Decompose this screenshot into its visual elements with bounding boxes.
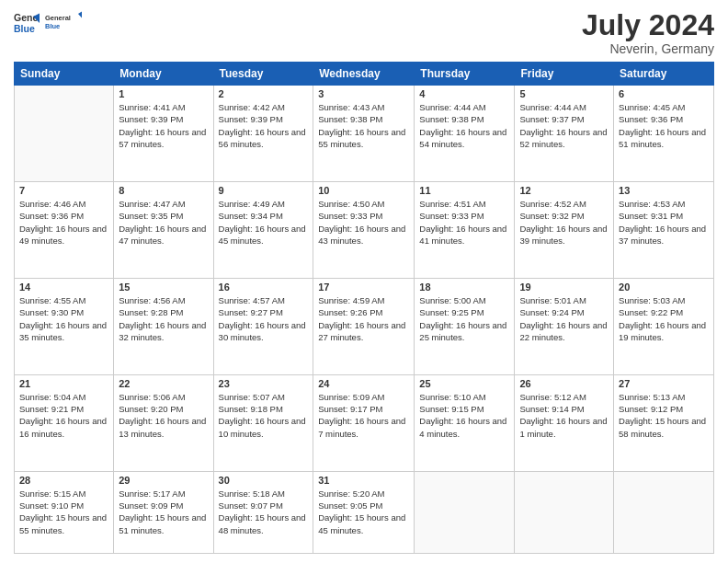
day-info: Sunrise: 4:52 AM Sunset: 9:32 PM Dayligh… bbox=[519, 198, 609, 247]
table-row: 11Sunrise: 4:51 AM Sunset: 9:33 PM Dayli… bbox=[415, 182, 515, 279]
day-info: Sunrise: 4:43 AM Sunset: 9:38 PM Dayligh… bbox=[318, 101, 409, 150]
col-tuesday: Tuesday bbox=[213, 63, 313, 86]
day-info: Sunrise: 4:53 AM Sunset: 9:31 PM Dayligh… bbox=[619, 198, 709, 247]
day-info: Sunrise: 4:41 AM Sunset: 9:39 PM Dayligh… bbox=[119, 101, 208, 150]
day-number: 7 bbox=[19, 185, 108, 196]
day-info: Sunrise: 4:59 AM Sunset: 9:26 PM Dayligh… bbox=[318, 294, 409, 343]
day-number: 31 bbox=[318, 475, 409, 486]
table-row: 12Sunrise: 4:52 AM Sunset: 9:32 PM Dayli… bbox=[515, 182, 614, 279]
day-number: 18 bbox=[419, 282, 509, 293]
day-number: 10 bbox=[318, 185, 409, 196]
col-wednesday: Wednesday bbox=[313, 63, 415, 86]
table-row: 17Sunrise: 4:59 AM Sunset: 9:26 PM Dayli… bbox=[313, 278, 415, 374]
table-row bbox=[614, 471, 714, 553]
day-number: 24 bbox=[318, 378, 409, 389]
table-row: 30Sunrise: 5:18 AM Sunset: 9:07 PM Dayli… bbox=[213, 471, 313, 553]
table-row: 29Sunrise: 5:17 AM Sunset: 9:09 PM Dayli… bbox=[114, 471, 213, 553]
page: General Blue General Blue July 2024 Neve… bbox=[0, 0, 728, 563]
table-row: 5Sunrise: 4:44 AM Sunset: 9:37 PM Daylig… bbox=[515, 86, 614, 182]
day-number: 13 bbox=[619, 185, 709, 196]
day-number: 14 bbox=[19, 282, 108, 293]
table-row: 25Sunrise: 5:10 AM Sunset: 9:15 PM Dayli… bbox=[415, 374, 515, 471]
day-info: Sunrise: 5:17 AM Sunset: 9:09 PM Dayligh… bbox=[119, 488, 208, 536]
title-section: July 2024 Neverin, Germany bbox=[582, 9, 714, 56]
svg-text:General: General bbox=[45, 14, 71, 22]
table-row: 4Sunrise: 4:44 AM Sunset: 9:38 PM Daylig… bbox=[415, 86, 515, 182]
svg-text:Blue: Blue bbox=[45, 22, 60, 30]
table-row: 14Sunrise: 4:55 AM Sunset: 9:30 PM Dayli… bbox=[15, 278, 114, 374]
day-number: 22 bbox=[119, 378, 208, 389]
day-number: 9 bbox=[219, 185, 309, 196]
day-number: 6 bbox=[619, 88, 709, 99]
col-thursday: Thursday bbox=[415, 63, 515, 86]
table-row: 19Sunrise: 5:01 AM Sunset: 9:24 PM Dayli… bbox=[515, 278, 614, 374]
table-row: 28Sunrise: 5:15 AM Sunset: 9:10 PM Dayli… bbox=[15, 471, 114, 553]
day-info: Sunrise: 4:49 AM Sunset: 9:34 PM Dayligh… bbox=[219, 198, 309, 247]
table-row: 16Sunrise: 4:57 AM Sunset: 9:27 PM Dayli… bbox=[213, 278, 313, 374]
table-row: 31Sunrise: 5:20 AM Sunset: 9:05 PM Dayli… bbox=[313, 471, 415, 553]
day-info: Sunrise: 4:50 AM Sunset: 9:33 PM Dayligh… bbox=[318, 198, 409, 247]
table-row: 23Sunrise: 5:07 AM Sunset: 9:18 PM Dayli… bbox=[213, 374, 313, 471]
location-subtitle: Neverin, Germany bbox=[582, 41, 714, 56]
table-row: 27Sunrise: 5:13 AM Sunset: 9:12 PM Dayli… bbox=[614, 374, 714, 471]
calendar-table: Sunday Monday Tuesday Wednesday Thursday… bbox=[14, 62, 714, 554]
day-number: 28 bbox=[19, 475, 108, 486]
day-number: 2 bbox=[219, 88, 309, 99]
day-number: 11 bbox=[419, 185, 509, 196]
table-row: 13Sunrise: 4:53 AM Sunset: 9:31 PM Dayli… bbox=[614, 182, 714, 279]
svg-text:Blue: Blue bbox=[14, 23, 35, 34]
table-row: 24Sunrise: 5:09 AM Sunset: 9:17 PM Dayli… bbox=[313, 374, 415, 471]
day-number: 16 bbox=[219, 282, 309, 293]
day-number: 19 bbox=[519, 282, 609, 293]
day-number: 12 bbox=[519, 185, 609, 196]
day-info: Sunrise: 4:47 AM Sunset: 9:35 PM Dayligh… bbox=[119, 198, 208, 247]
day-number: 23 bbox=[219, 378, 309, 389]
day-number: 17 bbox=[318, 282, 409, 293]
day-number: 3 bbox=[318, 88, 409, 99]
col-monday: Monday bbox=[114, 63, 213, 86]
day-info: Sunrise: 5:09 AM Sunset: 9:17 PM Dayligh… bbox=[318, 391, 409, 440]
day-info: Sunrise: 4:46 AM Sunset: 9:36 PM Dayligh… bbox=[19, 198, 108, 247]
table-row: 8Sunrise: 4:47 AM Sunset: 9:35 PM Daylig… bbox=[114, 182, 213, 279]
col-saturday: Saturday bbox=[614, 63, 714, 86]
day-number: 30 bbox=[219, 475, 309, 486]
table-row: 21Sunrise: 5:04 AM Sunset: 9:21 PM Dayli… bbox=[15, 374, 114, 471]
day-number: 15 bbox=[119, 282, 208, 293]
table-row: 1Sunrise: 4:41 AM Sunset: 9:39 PM Daylig… bbox=[114, 86, 213, 182]
table-row: 22Sunrise: 5:06 AM Sunset: 9:20 PM Dayli… bbox=[114, 374, 213, 471]
logo-icon: General Blue bbox=[14, 10, 40, 36]
logo-bird-icon: General Blue bbox=[45, 9, 82, 37]
day-number: 20 bbox=[619, 282, 709, 293]
table-row: 18Sunrise: 5:00 AM Sunset: 9:25 PM Dayli… bbox=[415, 278, 515, 374]
table-row bbox=[515, 471, 614, 553]
table-row: 10Sunrise: 4:50 AM Sunset: 9:33 PM Dayli… bbox=[313, 182, 415, 279]
logo: General Blue General Blue bbox=[14, 9, 82, 37]
table-row: 2Sunrise: 4:42 AM Sunset: 9:39 PM Daylig… bbox=[213, 86, 313, 182]
day-number: 21 bbox=[19, 378, 108, 389]
day-info: Sunrise: 5:00 AM Sunset: 9:25 PM Dayligh… bbox=[419, 294, 509, 343]
col-sunday: Sunday bbox=[15, 63, 114, 86]
day-info: Sunrise: 5:20 AM Sunset: 9:05 PM Dayligh… bbox=[318, 488, 409, 536]
day-info: Sunrise: 5:13 AM Sunset: 9:12 PM Dayligh… bbox=[619, 391, 709, 440]
table-row: 6Sunrise: 4:45 AM Sunset: 9:36 PM Daylig… bbox=[614, 86, 714, 182]
day-number: 26 bbox=[519, 378, 609, 389]
day-number: 29 bbox=[119, 475, 208, 486]
day-info: Sunrise: 4:42 AM Sunset: 9:39 PM Dayligh… bbox=[219, 101, 309, 150]
day-number: 25 bbox=[419, 378, 509, 389]
day-number: 4 bbox=[419, 88, 509, 99]
day-info: Sunrise: 5:01 AM Sunset: 9:24 PM Dayligh… bbox=[519, 294, 609, 343]
header-row: Sunday Monday Tuesday Wednesday Thursday… bbox=[15, 63, 714, 86]
day-info: Sunrise: 4:45 AM Sunset: 9:36 PM Dayligh… bbox=[619, 101, 709, 150]
day-info: Sunrise: 4:57 AM Sunset: 9:27 PM Dayligh… bbox=[219, 294, 309, 343]
day-number: 1 bbox=[119, 88, 208, 99]
day-number: 27 bbox=[619, 378, 709, 389]
table-row: 7Sunrise: 4:46 AM Sunset: 9:36 PM Daylig… bbox=[15, 182, 114, 279]
top-section: General Blue General Blue July 2024 Neve… bbox=[14, 9, 714, 56]
day-info: Sunrise: 5:10 AM Sunset: 9:15 PM Dayligh… bbox=[419, 391, 509, 440]
day-info: Sunrise: 5:04 AM Sunset: 9:21 PM Dayligh… bbox=[19, 391, 108, 440]
month-title: July 2024 bbox=[582, 9, 714, 41]
svg-marker-5 bbox=[78, 12, 82, 18]
table-row bbox=[415, 471, 515, 553]
day-info: Sunrise: 5:12 AM Sunset: 9:14 PM Dayligh… bbox=[519, 391, 609, 440]
day-number: 5 bbox=[519, 88, 609, 99]
